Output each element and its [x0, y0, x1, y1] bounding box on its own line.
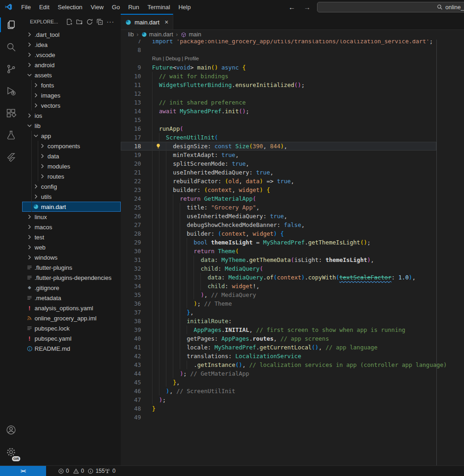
code-line-22[interactable]: 22rebuildFactor: (old, data) => true, [121, 177, 464, 186]
tree-item-config[interactable]: config [22, 181, 121, 192]
tree-item--vscode[interactable]: .vscode [22, 50, 121, 60]
code-line-41[interactable]: 41locale: MySharedPref.getCurrentLocal()… [121, 343, 464, 352]
code-line-39[interactable]: 39AppPages.INITIAL, // first screen to s… [121, 325, 464, 334]
code-line-12[interactable]: 12 [121, 89, 464, 98]
code-line-13[interactable]: 13// init shared preference [121, 98, 464, 107]
code-line-43[interactable]: 43.getInstance(), // localization servic… [121, 360, 464, 369]
menu-selection[interactable]: Selection [53, 2, 86, 12]
code-line-21[interactable]: 21useInheritedMediaQuery: true, [121, 168, 464, 177]
code-line-24[interactable]: 24return GetMaterialApp( [121, 194, 464, 203]
tree-item-routes[interactable]: routes [22, 171, 121, 181]
tree-item-analysis-options-yaml[interactable]: !analysis_options.yaml [22, 303, 121, 313]
code-line-32[interactable]: 32child: MediaQuery( [121, 264, 464, 273]
code-line-25[interactable]: 25title: "Grocery App", [121, 203, 464, 212]
code-line-37[interactable]: 37}, [121, 308, 464, 317]
code-line-33[interactable]: 33data: MediaQuery.of(context).copyWith(… [121, 273, 464, 282]
code-line-48[interactable]: 48} [121, 404, 464, 413]
code-line-45[interactable]: 45}, [121, 378, 464, 387]
code-line-16[interactable]: 16runApp( [121, 124, 464, 133]
menu-run[interactable]: Run [124, 2, 143, 12]
code-line-42[interactable]: 42translations: LocalizationService [121, 352, 464, 360]
tree-item--gitignore[interactable]: .gitignore [22, 283, 121, 293]
breadcrumb-main-dart[interactable]: main.dart [141, 31, 173, 38]
tree-item--idea[interactable]: .idea [22, 40, 121, 50]
testing-icon[interactable] [0, 124, 22, 146]
tab-main-dart[interactable]: main.dart × [121, 14, 173, 29]
tree-item-lib[interactable]: lib [22, 121, 121, 131]
code-line-28[interactable]: 28builder: (context, widget) { [121, 229, 464, 238]
new-file-icon[interactable] [66, 18, 73, 25]
lightbulb-icon[interactable] [155, 143, 161, 149]
tree-item-ios[interactable]: ios [22, 110, 121, 121]
code-line-44[interactable]: 44); // GetMaterialApp [121, 369, 464, 378]
code-line-19[interactable]: 19minTextAdapt: true, [121, 151, 464, 159]
code-line-10[interactable]: 10// wait for bindings [121, 72, 464, 81]
code-line-15[interactable]: 15 [121, 116, 464, 124]
tree-item--dart-tool[interactable]: .dart_tool [22, 29, 121, 40]
breadcrumb-lib[interactable]: lib [128, 31, 134, 38]
code-line-27[interactable]: 27debugShowCheckedModeBanner: false, [121, 221, 464, 229]
code-line-38[interactable]: 38initialRoute: [121, 317, 464, 325]
code-line-11[interactable]: 11WidgetsFlutterBinding.ensureInitialize… [121, 81, 464, 89]
tree-item-fonts[interactable]: fonts [22, 80, 121, 90]
tree-item-modules[interactable]: modules [22, 161, 121, 171]
tree-item-android[interactable]: android [22, 60, 121, 70]
tree-item-assets[interactable]: assets [22, 70, 121, 80]
tree-item--flutter-plugins[interactable]: .flutter-plugins [22, 262, 121, 273]
menu-terminal[interactable]: Terminal [143, 2, 174, 12]
explorer-icon[interactable] [0, 14, 22, 36]
code-lens[interactable]: Run | Debug | Profile [121, 54, 464, 63]
nav-forward-button[interactable]: → [304, 3, 311, 11]
tree-item-test[interactable]: test [22, 232, 121, 242]
code-line-14[interactable]: 14await MySharedPref.init(); [121, 107, 464, 116]
code-line-36[interactable]: 36); // Theme [121, 299, 464, 308]
tree-item-readme-md[interactable]: README.md [22, 343, 121, 354]
code-line-9[interactable]: 9Future<void> main() async { [121, 63, 464, 72]
extensions-icon[interactable] [0, 102, 22, 124]
menu-edit[interactable]: Edit [35, 2, 53, 12]
menu-file[interactable]: File [17, 2, 35, 12]
code-line-30[interactable]: 30return Theme( [121, 247, 464, 255]
search-view-icon[interactable] [0, 36, 22, 58]
tree-item-macos[interactable]: macos [22, 222, 121, 232]
tree-item-app[interactable]: app [22, 131, 121, 141]
tree-item-components[interactable]: components [22, 141, 121, 151]
command-center-search[interactable]: online_gro [317, 2, 464, 12]
tree-item-online-grocery-app-iml[interactable]: online_grocery_app.iml [22, 313, 121, 323]
tree-item--flutter-plugins-dependencies[interactable]: .flutter-plugins-dependencies [22, 273, 121, 283]
code-line-8[interactable]: 8 [121, 46, 464, 54]
flutter-icon[interactable] [0, 146, 22, 168]
code-line-29[interactable]: 29bool themeIsLight = MySharedPref.getTh… [121, 238, 464, 247]
tree-item-linux[interactable]: linux [22, 212, 121, 222]
code-editor[interactable]: 7import 'package:online_grocery_app/util… [121, 14, 464, 466]
ports-status[interactable]: 0 [104, 466, 116, 476]
code-line-20[interactable]: 20splitScreenMode: true, [121, 159, 464, 168]
tree-item-web[interactable]: web [22, 242, 121, 252]
nav-back-button[interactable]: ← [288, 3, 295, 11]
code-line-34[interactable]: 34child: widget!, [121, 282, 464, 290]
breadcrumb-main[interactable]: main [181, 31, 201, 38]
menu-view[interactable]: View [87, 2, 108, 12]
accounts-icon[interactable] [0, 419, 22, 441]
tree-item-windows[interactable]: windows [22, 252, 121, 262]
code-line-23[interactable]: 23builder: (context, widget) { [121, 186, 464, 194]
more-actions-icon[interactable]: ··· [106, 18, 114, 25]
tree-item--metadata[interactable]: .metadata [22, 293, 121, 303]
menu-help[interactable]: Help [174, 2, 195, 12]
code-line-46[interactable]: 46), // ScreenUtilInit [121, 387, 464, 395]
tree-item-utils[interactable]: utils [22, 192, 121, 202]
code-line-35[interactable]: 35), // MediaQuery [121, 290, 464, 299]
code-line-49[interactable]: 49 [121, 413, 464, 422]
code-line-18[interactable]: 18designSize: const Size(390, 844), [121, 142, 436, 151]
tree-item-vectors[interactable]: vectors [22, 100, 121, 110]
problems-status[interactable]: 0 0 155 [58, 466, 105, 476]
collapse-all-icon[interactable] [96, 18, 103, 25]
code-line-47[interactable]: 47); [121, 395, 464, 404]
tree-item-pubspec-lock[interactable]: pubspec.lock [22, 323, 121, 333]
tree-item-main-dart[interactable]: main.dart [22, 202, 121, 212]
settings-gear-icon[interactable]: GR [0, 441, 22, 463]
new-folder-icon[interactable] [76, 18, 83, 25]
tab-close-icon[interactable]: × [164, 18, 168, 26]
tree-item-images[interactable]: images [22, 90, 121, 100]
tree-item-pubspec-yaml[interactable]: !pubspec.yaml [22, 333, 121, 343]
